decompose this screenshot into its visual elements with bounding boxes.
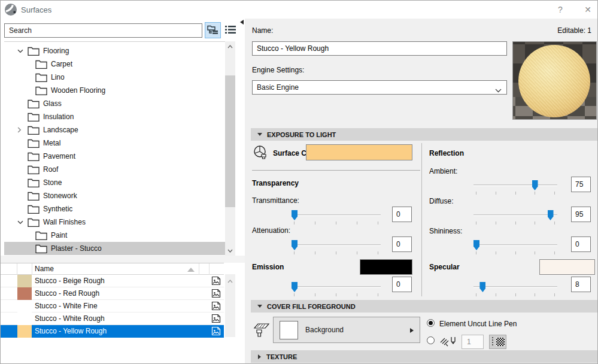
specular-slider[interactable] bbox=[473, 281, 557, 298]
tree-item-landscape[interactable]: Landscape bbox=[4, 123, 225, 136]
element-uncut-line-pen-radio[interactable] bbox=[427, 319, 435, 327]
attenuation-value[interactable]: 0 bbox=[392, 236, 412, 252]
chevron-right-icon[interactable] bbox=[17, 127, 28, 133]
list-item[interactable]: Stucco - White Fine bbox=[1, 300, 224, 313]
attenuation-slider[interactable] bbox=[292, 239, 381, 256]
panel-collapse-icon[interactable] bbox=[240, 20, 244, 25]
tree-item-label: Paint bbox=[51, 231, 67, 239]
engine-settings-label: Engine Settings: bbox=[252, 66, 304, 74]
editable-count: Editable: 1 bbox=[557, 26, 591, 35]
tree-item-label: Insulation bbox=[43, 113, 74, 121]
tree-item-label: Pavement bbox=[43, 152, 75, 160]
tree-item-carpet[interactable]: Carpet bbox=[4, 57, 225, 71]
slider-thumb[interactable] bbox=[473, 240, 479, 250]
material-preview[interactable] bbox=[512, 41, 597, 120]
emission-slider[interactable] bbox=[292, 281, 381, 298]
ambient-value[interactable]: 75 bbox=[571, 177, 591, 192]
title-bar[interactable]: Surfaces ? ✕ bbox=[1, 1, 597, 19]
slider-thumb[interactable] bbox=[292, 240, 298, 250]
tree-item-wooden-flooring[interactable]: Wooden Flooring bbox=[4, 84, 225, 97]
diffuse-slider[interactable] bbox=[473, 209, 557, 226]
section-expand-icon bbox=[258, 354, 261, 359]
cover-fill-section-header[interactable]: COVER FILL FOREGROUND bbox=[251, 300, 597, 313]
tree-item-lino[interactable]: Lino bbox=[4, 71, 225, 84]
transmittance-value[interactable]: 0 bbox=[392, 207, 412, 222]
transmittance-slider[interactable] bbox=[292, 209, 381, 226]
surfaces-dialog: Surfaces ? ✕ Flooring Carpet bbox=[0, 0, 598, 364]
tree-view-button[interactable] bbox=[205, 22, 221, 38]
chevron-down-icon[interactable] bbox=[17, 49, 28, 53]
engine-select-value: Basic Engine bbox=[257, 83, 299, 92]
texture-section-header[interactable]: TEXTURE bbox=[251, 350, 597, 363]
tree-scrollbar[interactable] bbox=[225, 41, 235, 256]
list-item[interactable]: Stucco - White Rough bbox=[1, 313, 224, 325]
scrollbar-thumb[interactable] bbox=[225, 75, 235, 207]
tree-item-synthetic[interactable]: Synthetic bbox=[4, 202, 225, 216]
slider-ticks bbox=[476, 293, 555, 297]
list-item[interactable]: Stucco - Beige Rough bbox=[1, 275, 224, 287]
surface-name-input[interactable] bbox=[252, 41, 507, 56]
ambient-slider[interactable] bbox=[473, 179, 557, 196]
name-column-header[interactable]: Name bbox=[35, 265, 54, 273]
slider-thumb[interactable] bbox=[532, 180, 538, 190]
specular-color-swatch[interactable] bbox=[539, 259, 595, 275]
slider-thumb[interactable] bbox=[479, 282, 485, 292]
tree-item-stone[interactable]: Stone bbox=[4, 176, 225, 189]
scroll-up-icon[interactable] bbox=[225, 276, 235, 286]
folder-icon bbox=[35, 244, 47, 253]
hatch-pen-icon bbox=[439, 335, 457, 348]
flyout-arrow-icon bbox=[410, 328, 414, 333]
tree-item-label: Carpet bbox=[51, 60, 72, 68]
tree-item-roof[interactable]: Roof bbox=[4, 163, 225, 176]
close-button[interactable]: ✕ bbox=[579, 3, 597, 16]
folder-icon bbox=[28, 151, 40, 161]
list-item[interactable]: Stucco - Red Rough bbox=[1, 287, 224, 300]
element-uncut-line-pen-label: Element Uncut Line Pen bbox=[439, 320, 517, 328]
tree-item-wall-finishes[interactable]: Wall Finishes bbox=[4, 216, 225, 229]
tree-item-glass[interactable]: Glass bbox=[4, 97, 225, 110]
engine-select[interactable]: Basic Engine bbox=[252, 80, 507, 95]
scroll-up-icon[interactable] bbox=[225, 41, 235, 51]
emission-label: Emission bbox=[252, 263, 284, 271]
folder-icon bbox=[28, 99, 40, 108]
sort-ascending-icon[interactable] bbox=[187, 268, 195, 272]
surface-color-swatch[interactable] bbox=[306, 144, 412, 160]
pen-number-input[interactable] bbox=[462, 335, 484, 349]
list-item-selected[interactable]: Stucco - Yellow Rough bbox=[1, 325, 224, 338]
shininess-value[interactable]: 0 bbox=[571, 236, 591, 252]
ambient-label: Ambient: bbox=[429, 167, 457, 175]
slider-thumb[interactable] bbox=[548, 210, 554, 220]
exposure-section-header[interactable]: EXPOSURE TO LIGHT bbox=[251, 128, 597, 141]
folder-icon bbox=[28, 165, 40, 174]
list-scrollbar[interactable] bbox=[225, 274, 235, 337]
surface-name: Stucco - Beige Rough bbox=[35, 277, 105, 285]
reflection-label: Reflection bbox=[429, 149, 464, 157]
tree-item-stonework[interactable]: Stonework bbox=[4, 189, 225, 202]
tree-item-label: Wall Finishes bbox=[43, 218, 86, 226]
list-header[interactable]: Name bbox=[1, 263, 224, 275]
slider-thumb[interactable] bbox=[292, 282, 298, 292]
tree-item-pavement[interactable]: Pavement bbox=[4, 150, 225, 163]
chevron-down-icon[interactable] bbox=[17, 220, 28, 225]
search-input[interactable] bbox=[4, 23, 202, 38]
transmittance-label: Transmittance: bbox=[252, 196, 299, 205]
tree-item-paint[interactable]: Paint bbox=[4, 229, 225, 242]
preview-sphere bbox=[518, 45, 590, 117]
pen-color-button[interactable] bbox=[489, 335, 506, 349]
emission-color-swatch[interactable] bbox=[360, 259, 412, 275]
help-button[interactable]: ? bbox=[551, 3, 569, 16]
shininess-slider[interactable] bbox=[473, 239, 557, 256]
slider-thumb[interactable] bbox=[292, 210, 298, 220]
tree-item-flooring[interactable]: Flooring bbox=[4, 44, 225, 57]
specular-value[interactable]: 8 bbox=[571, 277, 591, 292]
list-view-button[interactable] bbox=[223, 23, 238, 38]
emission-value[interactable]: 0 bbox=[392, 277, 412, 292]
tree-item-insulation[interactable]: Insulation bbox=[4, 110, 225, 123]
scroll-down-icon[interactable] bbox=[225, 245, 235, 256]
tree-item-plaster-stucco[interactable]: Plaster - Stucco bbox=[4, 242, 225, 255]
color-swatch bbox=[17, 300, 32, 313]
diffuse-value[interactable]: 95 bbox=[571, 207, 591, 222]
fill-picker-dropdown[interactable]: Background bbox=[273, 317, 420, 343]
tree-item-metal[interactable]: Metal bbox=[4, 136, 225, 150]
custom-pen-radio[interactable] bbox=[427, 336, 435, 344]
